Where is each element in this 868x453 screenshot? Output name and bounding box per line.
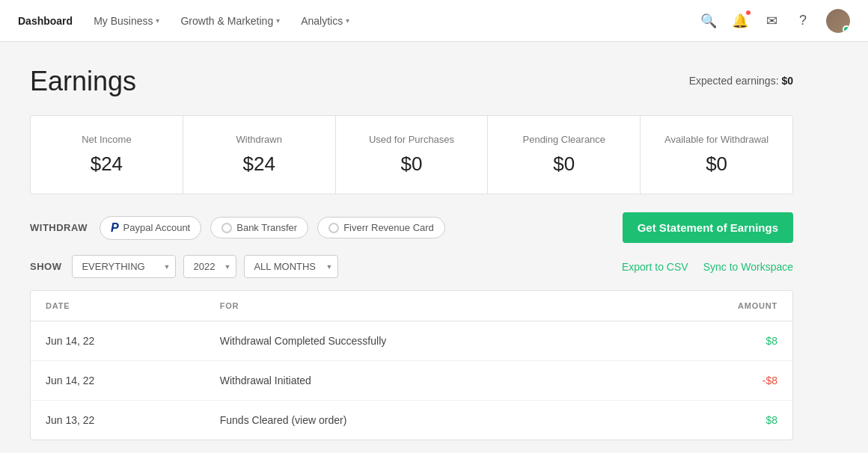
nav-left: Dashboard My Business ▾ Growth & Marketi… bbox=[18, 15, 349, 27]
main-content: Earnings Expected earnings: $0 Net Incom… bbox=[0, 42, 823, 453]
bank-transfer-option[interactable]: Bank Transfer bbox=[210, 217, 308, 238]
online-status-dot bbox=[843, 25, 850, 33]
table-row: Jun 13, 22Funds Cleared (view order)$8 bbox=[31, 401, 792, 440]
nav-my-business[interactable]: My Business ▾ bbox=[94, 15, 159, 27]
show-left: SHOW EVERYTHING ORDERS WITHDRAWALS 2020 … bbox=[30, 255, 338, 278]
stat-withdrawn: Withdrawn $24 bbox=[183, 116, 336, 194]
col-date: DATE bbox=[31, 291, 205, 321]
avatar[interactable] bbox=[826, 9, 850, 33]
cell-amount: $8 bbox=[638, 401, 792, 440]
messages-icon[interactable]: ✉ bbox=[763, 13, 780, 29]
show-row: SHOW EVERYTHING ORDERS WITHDRAWALS 2020 … bbox=[30, 255, 793, 278]
export-csv-button[interactable]: Export to CSV bbox=[622, 261, 688, 273]
notification-badge bbox=[745, 10, 751, 16]
chevron-down-icon: ▾ bbox=[276, 16, 280, 25]
withdraw-label: WITHDRAW bbox=[30, 222, 88, 233]
page-title: Earnings bbox=[30, 66, 136, 97]
navbar: Dashboard My Business ▾ Growth & Marketi… bbox=[0, 0, 868, 42]
nav-growth-marketing[interactable]: Growth & Marketing ▾ bbox=[180, 15, 280, 27]
year-filter[interactable]: 2020 2021 2022 2023 bbox=[183, 255, 236, 278]
cell-for: Withdrawal Initiated bbox=[205, 361, 639, 401]
paypal-icon: P bbox=[111, 221, 119, 235]
table-row: Jun 14, 22Withdrawal Completed Successfu… bbox=[31, 321, 792, 361]
month-filter[interactable]: ALL MONTHS JANUARY FEBRUARY MARCH APRIL … bbox=[244, 255, 338, 278]
chevron-down-icon: ▾ bbox=[156, 16, 159, 25]
type-filter-wrapper: EVERYTHING ORDERS WITHDRAWALS bbox=[72, 255, 176, 278]
cell-date: Jun 14, 22 bbox=[31, 321, 205, 361]
cell-amount: -$8 bbox=[638, 361, 792, 401]
search-icon[interactable]: 🔍 bbox=[700, 13, 717, 29]
cell-date: Jun 14, 22 bbox=[31, 361, 205, 401]
cell-for: Withdrawal Completed Successfully bbox=[205, 321, 639, 361]
sync-workspace-button[interactable]: Sync to Workspace bbox=[703, 261, 793, 273]
notifications-icon[interactable]: 🔔 bbox=[732, 13, 748, 29]
get-statement-button[interactable]: Get Statement of Earnings bbox=[623, 212, 793, 243]
expected-earnings: Expected earnings: $0 bbox=[689, 75, 793, 87]
month-filter-wrapper: ALL MONTHS JANUARY FEBRUARY MARCH APRIL … bbox=[244, 255, 338, 278]
page-header: Earnings Expected earnings: $0 bbox=[30, 66, 793, 97]
col-amount: AMOUNT bbox=[638, 291, 792, 321]
expected-value: $0 bbox=[781, 75, 793, 87]
col-for: FOR bbox=[205, 291, 639, 321]
stats-card: Net Income $24 Withdrawn $24 Used for Pu… bbox=[30, 115, 793, 194]
table-row: Jun 14, 22Withdrawal Initiated-$8 bbox=[31, 361, 792, 401]
cell-date: Jun 13, 22 bbox=[31, 401, 205, 440]
withdraw-row: WITHDRAW P Paypal Account Bank Transfer … bbox=[30, 212, 793, 243]
nav-right: 🔍 🔔 ✉ ? bbox=[700, 9, 850, 33]
chevron-down-icon: ▾ bbox=[346, 16, 349, 25]
table-header-row: DATE FOR AMOUNT bbox=[31, 291, 792, 321]
stat-available-withdrawal: Available for Withdrawal $0 bbox=[641, 116, 792, 194]
cell-for: Funds Cleared (view order) bbox=[205, 401, 639, 440]
show-label: SHOW bbox=[30, 261, 61, 272]
radio-icon bbox=[328, 223, 339, 233]
cell-amount: $8 bbox=[638, 321, 792, 361]
earnings-table: DATE FOR AMOUNT Jun 14, 22Withdrawal Com… bbox=[30, 290, 793, 440]
radio-icon bbox=[221, 223, 232, 233]
year-filter-wrapper: 2020 2021 2022 2023 bbox=[183, 255, 236, 278]
stat-pending-clearance: Pending Clearance $0 bbox=[488, 116, 641, 194]
fiverr-card-option[interactable]: Fiverr Revenue Card bbox=[317, 217, 445, 238]
paypal-option[interactable]: P Paypal Account bbox=[100, 216, 201, 240]
withdraw-left: WITHDRAW P Paypal Account Bank Transfer … bbox=[30, 216, 445, 240]
nav-dashboard[interactable]: Dashboard bbox=[18, 15, 73, 27]
nav-analytics[interactable]: Analytics ▾ bbox=[301, 15, 349, 27]
stat-net-income: Net Income $24 bbox=[31, 116, 183, 194]
type-filter[interactable]: EVERYTHING ORDERS WITHDRAWALS bbox=[72, 255, 176, 278]
stat-used-purchases: Used for Purchases $0 bbox=[336, 116, 489, 194]
help-icon[interactable]: ? bbox=[795, 13, 811, 29]
show-right: Export to CSV Sync to Workspace bbox=[622, 261, 793, 273]
